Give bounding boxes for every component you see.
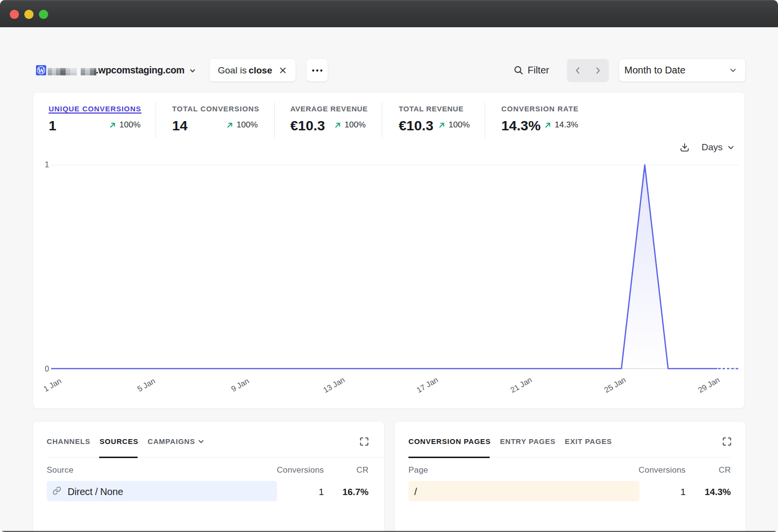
svg-text:W: W <box>38 67 45 74</box>
